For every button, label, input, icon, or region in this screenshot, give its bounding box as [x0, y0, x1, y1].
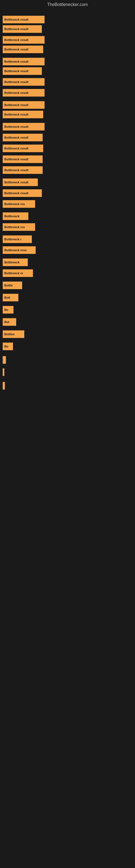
bottleneck-bar: Bottleneck re — [3, 269, 33, 277]
bottleneck-bar — [3, 356, 6, 364]
bar-row: Bot — [3, 318, 16, 326]
bottleneck-bar: Bottleneck — [3, 258, 28, 266]
bottleneck-bar: Bottleneck resu — [3, 246, 36, 254]
bottleneck-bar: Bottleneck result — [3, 189, 42, 197]
bar-row: Bottleneck result — [3, 78, 45, 86]
bar-row: Bottleneck r — [3, 236, 32, 243]
bar-row: Bottleneck — [3, 258, 28, 266]
bar-row: Bo — [3, 306, 13, 314]
bar-row: Bottleneck result — [3, 111, 43, 118]
bottleneck-bar: Bottle — [3, 282, 22, 289]
bottleneck-bar: Bottleneck result — [3, 78, 45, 86]
bar-row — [3, 382, 5, 390]
bottleneck-bar: Bot — [3, 318, 16, 326]
bar-row: Bott — [3, 294, 18, 301]
chart-container: Bottleneck resultBottleneck resultBottle… — [0, 10, 135, 865]
bottleneck-bar: Bottleneck result — [3, 155, 43, 163]
bottleneck-bar: Bottleneck r — [3, 236, 32, 243]
bottleneck-bar: Bottleneck result — [3, 16, 45, 23]
bottleneck-bar: Bottleneck — [3, 212, 28, 220]
bar-row: Bottleneck result — [3, 45, 43, 53]
bottleneck-bar — [3, 382, 5, 390]
bar-row: Bottleneck result — [3, 189, 42, 197]
bar-row — [3, 368, 4, 376]
bar-row: Bottleneck result — [3, 67, 42, 75]
bottleneck-bar: Bottleneck result — [3, 134, 43, 141]
bar-row: Bottleneck result — [3, 145, 43, 152]
bottleneck-bar: Bottleneck result — [3, 123, 45, 130]
bar-row: Bottleneck result — [3, 36, 45, 44]
bottleneck-bar: Bo — [3, 343, 13, 350]
bottleneck-bar: Bottleneck result — [3, 25, 42, 33]
bar-row: Bottle — [3, 282, 22, 289]
bottleneck-bar: Bottleneck result — [3, 36, 45, 44]
bar-row: Bottleneck result — [3, 155, 43, 163]
bottleneck-bar: Bottleneck result — [3, 111, 43, 118]
site-title: TheBottlenecker.com — [0, 0, 135, 10]
bar-row: Bottleneck result — [3, 179, 38, 186]
bottleneck-bar — [3, 368, 4, 376]
bar-row: Bottleneck — [3, 212, 28, 220]
bottleneck-bar: Bottleneck res — [3, 223, 35, 231]
bottleneck-bar: Bottleneck result — [3, 145, 43, 152]
bar-row: Bottleneck resu — [3, 246, 36, 254]
bottleneck-bar: Bo — [3, 306, 13, 314]
bottleneck-bar: Bott — [3, 294, 18, 301]
bottleneck-bar: Bottleneck result — [3, 58, 45, 65]
bar-row: Bottleneck result — [3, 166, 43, 174]
bar-row: Bottleneck result — [3, 16, 45, 23]
bar-row: Bo — [3, 343, 13, 350]
bottleneck-bar: Bottleneck res — [3, 200, 35, 208]
bar-row: Bottleneck result — [3, 89, 45, 97]
bar-row: Bottleneck result — [3, 101, 45, 109]
bottleneck-bar: Bottleneck result — [3, 166, 43, 174]
bottleneck-bar: Bottlen — [3, 330, 24, 338]
bar-row: Bottleneck re — [3, 269, 33, 277]
bar-row: Bottleneck res — [3, 223, 35, 231]
bar-row: Bottleneck result — [3, 25, 42, 33]
bar-row: Bottlen — [3, 330, 24, 338]
bar-row: Bottleneck result — [3, 123, 45, 130]
bottleneck-bar: Bottleneck result — [3, 89, 45, 97]
bottleneck-bar: Bottleneck result — [3, 45, 43, 53]
bar-row — [3, 356, 6, 364]
bottleneck-bar: Bottleneck result — [3, 67, 42, 75]
bottleneck-bar: Bottleneck result — [3, 179, 38, 186]
bar-row: Bottleneck result — [3, 58, 45, 65]
bar-row: Bottleneck result — [3, 134, 43, 141]
bar-row: Bottleneck res — [3, 200, 35, 208]
bottleneck-bar: Bottleneck result — [3, 101, 45, 109]
